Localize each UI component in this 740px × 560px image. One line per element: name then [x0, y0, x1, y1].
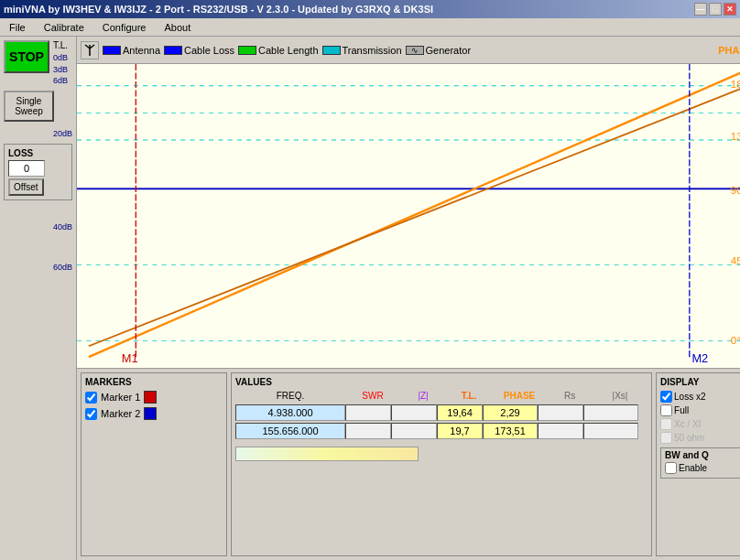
single-sweep-button[interactable]: Single Sweep: [4, 91, 54, 122]
db-3: 3dB: [53, 64, 68, 76]
loss-x2-row: Loss x2: [660, 391, 740, 403]
bw-panel: BW and Q Enable: [660, 447, 740, 479]
db-60: 60dB: [53, 263, 72, 272]
val1-tl: 19,64: [437, 404, 483, 421]
title-text: miniVNA by IW3HEV & IW3IJZ - 2 Port - RS…: [4, 4, 433, 15]
markers-title: MARKERS: [85, 377, 223, 387]
enable-label: Enable: [679, 463, 707, 473]
svg-text:45°: 45°: [731, 256, 740, 267]
val1-swr: [345, 404, 391, 421]
menu-bar: File Calibrate Configure About: [0, 18, 740, 37]
db-40: 40dB: [53, 222, 72, 232]
marker2-row: Marker 2: [85, 407, 223, 420]
values-panel: VALUES FREQ. SWR |Z| T.L. PHASE Rs |Xs| …: [231, 372, 652, 556]
markers-panel: MARKERS Marker 1 Marker 2: [81, 372, 227, 556]
graph-svg: M1 M2 180° 135° 90° 45° 0°: [77, 64, 740, 368]
svg-text:135°: 135°: [731, 131, 740, 142]
enable-row: Enable: [665, 462, 740, 474]
marker2-label: Marker 2: [101, 408, 140, 419]
svg-text:M2: M2: [691, 353, 708, 365]
minimize-button[interactable]: —: [694, 3, 707, 16]
menu-file[interactable]: File: [4, 20, 31, 35]
val1-iz: [391, 404, 437, 421]
val1-freq: 4.938.000: [235, 404, 345, 421]
phase-label: PHASE: [718, 45, 740, 56]
val1-phase: 2,29: [483, 404, 538, 421]
transmission-legend[interactable]: Transmission: [322, 45, 402, 56]
window-controls: — □ ✕: [694, 3, 736, 16]
values-title: VALUES: [235, 377, 648, 387]
values-header: FREQ. SWR |Z| T.L. PHASE Rs |Xs|: [235, 391, 648, 401]
svg-text:0°: 0°: [731, 335, 740, 346]
loss-input[interactable]: [8, 160, 45, 177]
marker1-label: Marker 1: [101, 392, 140, 403]
xc-xi-label: Xc / XI: [674, 419, 701, 429]
cable-length-legend[interactable]: Cable Length: [238, 45, 318, 56]
val1-rs: [538, 404, 583, 421]
xc-xi-row: Xc / XI: [660, 418, 740, 430]
full-row: Full: [660, 404, 740, 416]
marker1-color: [144, 391, 157, 404]
val2-swr: [345, 423, 391, 439]
main-container: STOP T.L. 0dB 3dB 6dB Single Sweep 20dB …: [0, 37, 740, 560]
svg-text:180°: 180°: [731, 80, 740, 91]
menu-configure[interactable]: Configure: [97, 20, 152, 35]
tl-label: T.L.: [53, 40, 68, 50]
val2-rs: [538, 423, 583, 439]
bottom-panels: MARKERS Marker 1 Marker 2 VALUES FREQ. S…: [77, 368, 740, 560]
display-title: DISPLAY: [660, 377, 740, 387]
antenna-legend[interactable]: Antenna: [103, 45, 160, 56]
offset-button[interactable]: Offset: [8, 178, 44, 196]
cable-loss-legend[interactable]: Cable Loss: [164, 45, 234, 56]
marker2-color: [144, 407, 157, 420]
graph-container: M1 M2 180° 135° 90° 45° 0°: [77, 64, 740, 368]
header-phase: PHASE: [492, 391, 547, 401]
loss-x2-label: Loss x2: [674, 392, 705, 402]
header-iz: |Z|: [400, 391, 446, 401]
xc-xi-checkbox[interactable]: [660, 418, 672, 430]
value-row-2: 155.656.000 19,7 173,51: [235, 423, 648, 439]
full-checkbox[interactable]: [660, 404, 672, 416]
ohm50-row: 50 ohm: [660, 432, 740, 444]
marker1-checkbox[interactable]: [85, 392, 97, 404]
title-bar: miniVNA by IW3HEV & IW3IJZ - 2 Port - RS…: [0, 0, 740, 18]
val2-phase: 173,51: [483, 423, 538, 439]
db-0: 0dB: [53, 52, 68, 64]
svg-text:M1: M1: [122, 353, 138, 365]
chart-toolbar: Antenna Cable Loss Cable Length Transmis…: [77, 37, 740, 64]
value-row-1: 4.938.000 19,64 2,29: [235, 404, 648, 421]
header-ixs: |Xs|: [593, 391, 648, 401]
display-panel: DISPLAY Loss x2 Full Xc / XI 50 ohm: [656, 372, 740, 556]
full-label: Full: [674, 405, 689, 415]
header-freq: FREQ.: [235, 391, 345, 401]
val2-ixs: [583, 423, 638, 439]
db-20: 20dB: [53, 129, 72, 138]
val2-tl: 19,7: [437, 423, 483, 439]
val2-freq: 155.656.000: [235, 423, 345, 439]
loss-title: LOSS: [8, 148, 68, 158]
left-panel: STOP T.L. 0dB 3dB 6dB Single Sweep 20dB …: [0, 37, 77, 560]
close-button[interactable]: ✕: [724, 3, 736, 16]
svg-rect-3: [77, 64, 740, 368]
svg-text:90°: 90°: [731, 186, 740, 197]
menu-about[interactable]: About: [158, 20, 196, 35]
maximize-button[interactable]: □: [709, 3, 722, 16]
db-6: 6dB: [53, 75, 68, 87]
loss-section: LOSS Offset: [4, 144, 72, 200]
enable-checkbox[interactable]: [665, 462, 677, 474]
loss-x2-checkbox[interactable]: [660, 391, 672, 403]
stop-button[interactable]: STOP: [4, 40, 49, 73]
header-swr: SWR: [345, 391, 400, 401]
bw-title: BW and Q: [665, 450, 740, 460]
header-tl: T.L.: [446, 391, 492, 401]
antenna-icon[interactable]: [81, 41, 99, 59]
header-rs: Rs: [547, 391, 593, 401]
generator-legend[interactable]: ∿ Generator: [406, 45, 472, 56]
val1-ixs: [583, 404, 638, 421]
marker1-row: Marker 1: [85, 391, 223, 404]
menu-calibrate[interactable]: Calibrate: [38, 20, 90, 35]
chart-area: Antenna Cable Loss Cable Length Transmis…: [77, 37, 740, 560]
marker2-checkbox[interactable]: [85, 408, 97, 420]
val2-iz: [391, 423, 437, 439]
ohm50-checkbox[interactable]: [660, 432, 672, 444]
